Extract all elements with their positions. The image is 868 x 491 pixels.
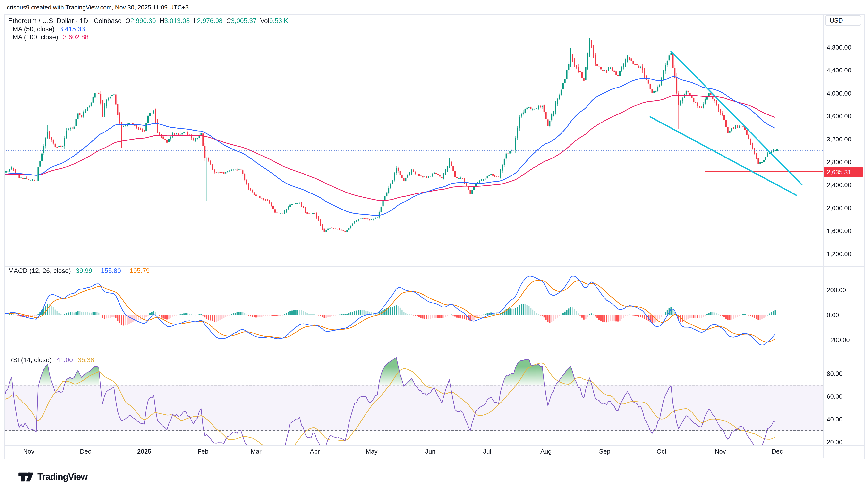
time-axis-month-label: Oct	[657, 448, 666, 455]
ema50-legend-row[interactable]: EMA (50, close) 3,415.33	[8, 25, 85, 33]
time-axis-month-label: Nov	[715, 448, 726, 455]
time-axis-month-label: Dec	[80, 448, 91, 455]
volume-value: 9.53 K	[269, 17, 288, 25]
price-tick-label: 1,600.00	[827, 227, 851, 235]
symbol-title: Ethereum / U.S. Dollar · 1D · Coinbase	[8, 17, 122, 25]
price-axis-separator	[823, 14, 824, 458]
high-label: H	[160, 17, 164, 25]
macd-tick-label: 0.00	[827, 311, 839, 319]
close-value: 3,005.37	[231, 17, 256, 25]
macd-label: MACD (12, 26, close)	[8, 267, 71, 275]
time-axis-month-label: 2025	[137, 448, 151, 455]
time-axis-month-label: Aug	[540, 448, 552, 455]
macd-legend-row[interactable]: MACD (12, 26, close) 39.99 −155.80 −195.…	[8, 267, 150, 275]
ema100-label: EMA (100, close)	[8, 33, 58, 41]
price-tick-label: 2,400.00	[827, 181, 851, 189]
price-tick-label: 4,000.00	[827, 89, 851, 97]
rsi-value: 41.00	[57, 356, 73, 364]
rsi-tick-label: 60.00	[827, 393, 842, 400]
price-tick-label: 3,200.00	[827, 135, 851, 143]
rsi-label: RSI (14, close)	[8, 356, 52, 364]
time-axis-month-label: Apr	[310, 448, 320, 455]
time-axis-month-label: Feb	[197, 448, 208, 455]
rsi-ma-value: 35.38	[78, 356, 94, 364]
ema100-legend-row[interactable]: EMA (100, close) 3,602.88	[8, 33, 89, 41]
macd-tick-label: −200.00	[827, 336, 850, 343]
ema100-value: 3,602.88	[63, 33, 89, 41]
tradingview-logo[interactable]: TradingView	[18, 470, 87, 484]
high-value: 3,013.08	[164, 17, 190, 25]
tradingview-snapshot: crispus9 created with TradingView.com, N…	[0, 0, 868, 491]
price-tick-label: 4,800.00	[827, 44, 851, 51]
price-tick-label: 4,400.00	[827, 66, 851, 74]
time-axis-month-label: Dec	[772, 448, 783, 455]
tradingview-logo-text: TradingView	[37, 472, 87, 482]
close-label: C	[226, 17, 231, 25]
time-axis-month-label: May	[366, 448, 378, 455]
open-label: O	[125, 17, 130, 25]
tradingview-logo-icon	[18, 470, 34, 484]
pane-separator[interactable]	[4, 355, 864, 355]
open-value: 2,990.30	[130, 17, 156, 25]
ema50-value: 3,415.33	[60, 26, 85, 33]
price-tick-label: 2,800.00	[827, 158, 851, 166]
low-label: L	[193, 17, 197, 25]
rsi-tick-label: 80.00	[827, 370, 842, 377]
pane-separator[interactable]	[4, 266, 864, 267]
macd-line-value: −155.80	[97, 267, 121, 275]
macd-signal-value: −195.79	[126, 267, 150, 275]
ema50-label: EMA (50, close)	[8, 26, 55, 33]
rsi-tick-label: 40.00	[827, 416, 842, 423]
macd-tick-label: 200.00	[827, 286, 846, 294]
time-axis-month-label: Nov	[23, 448, 34, 455]
low-value: 2,976.98	[197, 17, 222, 25]
time-axis-month-label: Jun	[425, 448, 435, 455]
time-axis-month-label: Mar	[251, 448, 261, 455]
rsi-legend-row[interactable]: RSI (14, close) 41.00 35.38	[8, 356, 94, 364]
time-axis-month-label: Sep	[599, 448, 610, 455]
price-tick-label: 1,200.00	[827, 250, 851, 258]
time-axis-separator[interactable]	[4, 445, 864, 446]
rsi-tick-label: 20.00	[827, 438, 842, 446]
time-axis-month-label: Jul	[483, 448, 491, 455]
price-tick-label: 3,600.00	[827, 113, 851, 120]
price-tick-label: 2,000.00	[827, 204, 851, 212]
volume-label: Vol	[260, 17, 269, 25]
symbol-legend-row[interactable]: Ethereum / U.S. Dollar · 1D · Coinbase O…	[8, 17, 288, 25]
macd-hist-value: 39.99	[76, 267, 92, 275]
chart-canvas[interactable]	[0, 0, 868, 491]
currency-toggle-button[interactable]: USD	[825, 15, 861, 26]
price-line-badge: 2,635.31	[824, 167, 863, 177]
